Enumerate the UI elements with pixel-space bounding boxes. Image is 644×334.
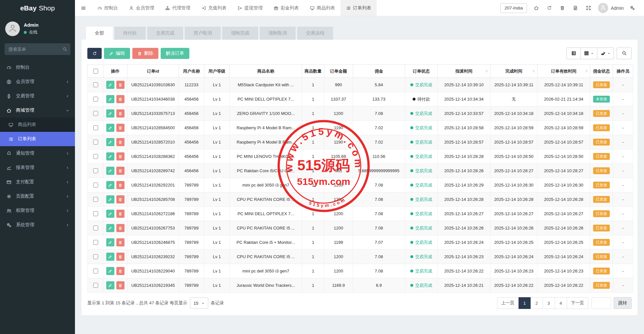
sidebar-item-products[interactable]: 商品列表	[0, 118, 75, 132]
edit-row-button[interactable]	[106, 138, 114, 146]
delete-row-button[interactable]	[116, 124, 124, 132]
page-button-2[interactable]: 2	[531, 297, 543, 309]
sidebar-item-orders[interactable]: 订单列表	[0, 132, 75, 146]
row-checkbox[interactable]	[93, 154, 98, 159]
page-button-4[interactable]: 4	[555, 297, 567, 309]
sidebar-item-mall[interactable]: 商城管理	[0, 103, 75, 118]
tab-4[interactable]: 强制完成	[222, 27, 258, 40]
delete-row-button[interactable]	[116, 195, 124, 203]
tab-2[interactable]: 交易完成	[147, 27, 183, 40]
edit-row-button[interactable]	[106, 109, 114, 118]
column-header[interactable]: 指派时间	[438, 65, 490, 78]
topnav-item-products[interactable]: 商品列表	[304, 0, 341, 16]
settings-icon[interactable]	[626, 0, 639, 16]
edit-row-button[interactable]	[106, 224, 114, 232]
column-header[interactable]: 佣金	[353, 65, 405, 78]
row-checkbox[interactable]	[93, 111, 98, 116]
sidebar-item-page-config[interactable]: 页面配置	[0, 189, 75, 203]
prev-page-button[interactable]: 上一页	[497, 297, 519, 309]
edit-row-button[interactable]	[106, 181, 114, 189]
edit-row-button[interactable]	[106, 167, 114, 175]
app-logo[interactable]: eBay Shop	[0, 0, 75, 16]
jump-page-input[interactable]	[592, 297, 611, 309]
trash-icon[interactable]	[556, 0, 569, 16]
row-checkbox[interactable]	[93, 283, 98, 288]
column-header[interactable]: 操作员	[613, 65, 633, 78]
edit-row-button[interactable]	[106, 195, 114, 203]
column-header[interactable]: 佣金状态	[590, 65, 613, 78]
row-checkbox[interactable]	[93, 211, 98, 216]
delete-row-button[interactable]	[116, 181, 124, 189]
jump-button[interactable]: 跳转	[614, 297, 632, 309]
region-selector[interactable]: 207-India	[500, 3, 527, 13]
delete-row-button[interactable]	[116, 95, 124, 103]
row-checkbox[interactable]	[93, 254, 98, 259]
row-checkbox[interactable]	[93, 183, 98, 188]
edit-row-button[interactable]	[106, 210, 114, 218]
search-icon[interactable]	[59, 43, 70, 55]
column-header[interactable]: 订单金额	[324, 65, 353, 78]
delete-row-button[interactable]	[116, 109, 124, 118]
delete-row-button[interactable]	[116, 238, 124, 246]
edit-row-button[interactable]	[106, 124, 114, 132]
delete-row-button[interactable]	[116, 210, 124, 218]
sidebar-item-members[interactable]: 会员管理	[0, 75, 75, 89]
row-checkbox[interactable]	[93, 125, 98, 130]
columns-button[interactable]	[580, 48, 597, 59]
delete-row-button[interactable]	[116, 267, 124, 275]
edit-row-button[interactable]	[106, 152, 114, 160]
edit-row-button[interactable]	[106, 95, 114, 103]
topnav-item-bonus[interactable]: 彩金列表	[268, 0, 304, 16]
topnav-item-console[interactable]: 控制台	[92, 0, 124, 16]
row-checkbox[interactable]	[93, 269, 98, 273]
sidebar-item-reports[interactable]: 报表管理	[0, 160, 75, 175]
sidebar-item-payment-config[interactable]: 支付配置	[0, 175, 75, 189]
tab-1[interactable]: 待付款	[114, 27, 146, 40]
edit-row-button[interactable]	[106, 253, 114, 261]
refresh-icon[interactable]	[543, 0, 556, 16]
edit-row-button[interactable]	[106, 81, 114, 89]
sort-icon[interactable]	[485, 69, 489, 73]
sidebar-item-trades[interactable]: 交易管理	[0, 89, 75, 103]
sidebar-item-console[interactable]: 控制台	[0, 60, 75, 75]
column-header[interactable]: 商品名称	[230, 65, 302, 78]
column-header[interactable]: 订单有效时间	[537, 65, 590, 78]
column-header[interactable]: 用户名称	[179, 65, 204, 78]
delete-row-button[interactable]	[116, 167, 124, 175]
topnav-item-withdraw[interactable]: 提现管理	[232, 0, 268, 16]
row-checkbox[interactable]	[93, 240, 98, 245]
page-button-3[interactable]: 3	[543, 297, 555, 309]
search-button[interactable]	[617, 48, 632, 59]
column-header[interactable]: 订单状态	[405, 65, 438, 78]
toggle-view-button[interactable]	[566, 48, 581, 59]
tab-3[interactable]: 用户取消	[185, 27, 221, 40]
tab-0[interactable]: 全部	[86, 27, 113, 40]
delete-row-button[interactable]	[116, 224, 124, 232]
delete-row-button[interactable]	[116, 81, 124, 89]
row-checkbox[interactable]	[93, 97, 98, 102]
row-checkbox[interactable]	[93, 197, 98, 202]
topnav-item-agents[interactable]: 代理管理	[160, 0, 196, 16]
column-header[interactable]: 商品数量	[302, 65, 324, 78]
topnav-item-orders[interactable]: 订单列表	[341, 0, 377, 16]
column-header[interactable]: 订单id	[127, 65, 179, 78]
row-checkbox[interactable]	[93, 168, 98, 173]
export-button[interactable]	[597, 48, 614, 59]
fullscreen-icon[interactable]	[582, 0, 595, 16]
sidebar-item-system[interactable]: 系统管理	[0, 218, 75, 232]
delete-row-button[interactable]	[116, 138, 124, 146]
row-checkbox[interactable]	[93, 226, 98, 230]
topnav-item-members[interactable]: 会员管理	[124, 0, 160, 16]
next-page-button[interactable]: 下一页	[567, 297, 589, 309]
topnav-item-recharge[interactable]: 充值列表	[196, 0, 232, 16]
sidebar-item-notices[interactable]: 通知管理	[0, 146, 75, 160]
delete-row-button[interactable]	[116, 253, 124, 261]
refresh-table-button[interactable]	[87, 48, 102, 59]
home-icon[interactable]	[530, 0, 543, 16]
sort-icon[interactable]	[585, 69, 588, 73]
tab-5[interactable]: 强制取消	[260, 27, 296, 40]
admin-name[interactable]: Admin	[611, 6, 624, 11]
edit-row-button[interactable]	[106, 238, 114, 246]
page-size-select[interactable]: 15	[190, 298, 208, 309]
delete-button[interactable]: 删除	[132, 48, 158, 59]
